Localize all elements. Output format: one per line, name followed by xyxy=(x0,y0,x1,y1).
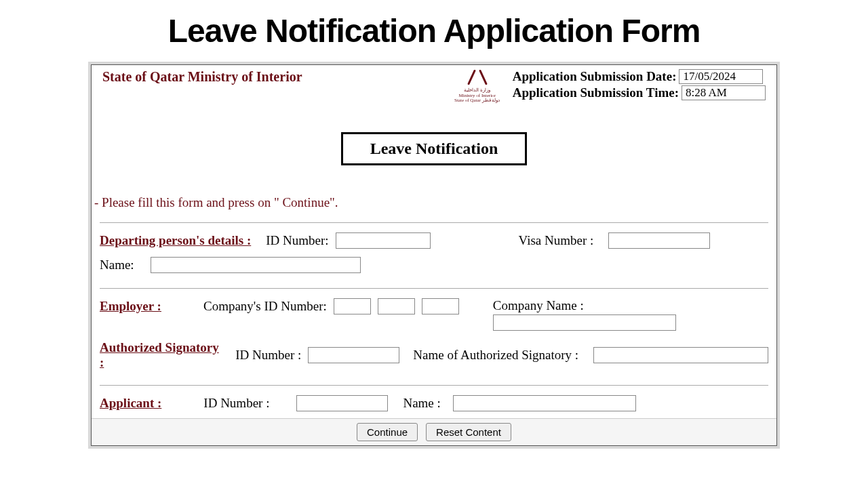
departing-name-label: Name: xyxy=(100,258,134,272)
departing-visa-label: Visa Number : xyxy=(519,233,594,248)
form-instruction: - Please fill this form and press on " C… xyxy=(92,195,776,210)
submission-info: Application Submission Date: 17/05/2024 … xyxy=(505,69,766,102)
form-inner-frame: State of Qatar Ministry of Interior وزار… xyxy=(91,64,777,446)
continue-button[interactable]: Continue xyxy=(357,423,418,441)
signatory-name-input[interactable] xyxy=(593,347,768,363)
departing-section: Departing person's details : ID Number: … xyxy=(92,227,776,284)
signatory-id-label: ID Number : xyxy=(235,348,301,363)
applicant-section-label: Applicant : xyxy=(100,396,161,411)
logo-text-footer: State of Qatar دولة قطر xyxy=(450,98,505,104)
company-name-label: Company Name : xyxy=(493,298,669,313)
reset-button[interactable]: Reset Content xyxy=(426,423,511,441)
ministry-name: State of Qatar Ministry of Interior xyxy=(102,69,450,85)
form-outer-frame: State of Qatar Ministry of Interior وزار… xyxy=(88,62,780,449)
applicant-id-label: ID Number : xyxy=(203,396,269,411)
company-id-input-1[interactable] xyxy=(334,298,371,314)
applicant-name-input[interactable] xyxy=(453,395,636,411)
departing-id-label: ID Number: xyxy=(266,233,328,248)
submission-time-label: Application Submission Time: xyxy=(513,85,679,100)
separator xyxy=(100,222,768,223)
employer-section-label: Employer : xyxy=(100,299,161,314)
crossed-swords-icon xyxy=(464,69,491,87)
separator xyxy=(100,288,768,289)
applicant-section: Applicant : ID Number : Name : xyxy=(92,390,776,418)
submission-date-value: 17/05/2024 xyxy=(679,69,763,84)
form-header: State of Qatar Ministry of Interior وزار… xyxy=(92,65,776,104)
company-id-input-2[interactable] xyxy=(378,298,415,314)
applicant-id-input[interactable] xyxy=(296,395,388,411)
departing-id-input[interactable] xyxy=(336,232,431,249)
company-name-input[interactable] xyxy=(493,314,676,331)
separator xyxy=(100,385,768,386)
applicant-name-label: Name : xyxy=(403,396,440,411)
company-id-input-3[interactable] xyxy=(422,298,459,314)
action-bar: Continue Reset Content xyxy=(92,418,776,445)
signatory-id-input[interactable] xyxy=(308,347,399,363)
signatory-section-label: Authorized Signatory : xyxy=(100,340,220,370)
submission-date-label: Application Submission Date: xyxy=(513,69,677,84)
employer-section: Employer : Company's ID Number: Company … xyxy=(92,293,776,381)
departing-section-label: Departing person's details : xyxy=(100,233,251,248)
ministry-logo-icon: وزارة الداخلية Ministry of Interior Stat… xyxy=(450,69,505,104)
form-title: Leave Notification xyxy=(341,132,528,165)
signatory-name-label: Name of Authorized Signatory : xyxy=(413,348,578,363)
page-title: Leave Notification Application Form xyxy=(0,12,868,49)
departing-name-input[interactable] xyxy=(151,257,361,273)
company-id-label: Company's ID Number: xyxy=(203,299,327,314)
departing-visa-input[interactable] xyxy=(608,232,710,249)
submission-time-value: 8:28 AM xyxy=(682,85,766,100)
